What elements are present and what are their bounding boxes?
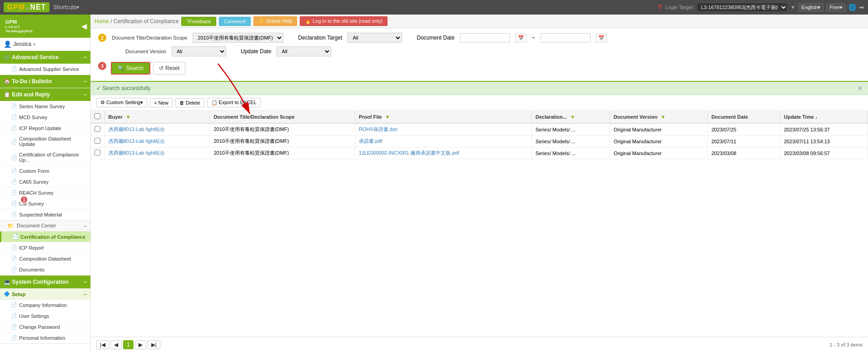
- label: Certification of Compliance: [20, 234, 85, 240]
- table-row: 杰西廳8013-Lab light站台 2010不使用有毒粒質保證書(DMF) …: [91, 147, 868, 159]
- label: User Settings: [19, 313, 49, 319]
- collapse-icon: −: [84, 91, 87, 98]
- home-link[interactable]: Home: [94, 18, 109, 25]
- sidebar-item-advanced-supplier-service[interactable]: 📄 Advanced Supplier Service: [0, 64, 90, 75]
- sidebar-item-reach-survey[interactable]: 📄 REACH Survey: [0, 187, 90, 198]
- online-help-button[interactable]: ⚡ Online Help: [253, 16, 298, 26]
- setup-header[interactable]: 🔷 Setup −: [0, 289, 90, 300]
- declaration-col-label: Declaration...: [536, 114, 567, 120]
- page-info: 1 - 3 of 3 items: [829, 342, 863, 347]
- external-link-icon[interactable]: ➡: [859, 4, 864, 11]
- delete-button[interactable]: 🗑 Delete: [175, 98, 204, 107]
- sidebar-item-icp-report-update[interactable]: 📄 ICP Report Update: [0, 123, 90, 134]
- update-time-col-label: Update Time ↓: [784, 114, 818, 120]
- table-row: 杰西廳8013-Lab light站台 2010不使用有毒粒質保證書(DMF) …: [91, 136, 868, 147]
- doc-icon: 📄: [11, 245, 17, 251]
- setup-icon: 🔷: [4, 291, 10, 297]
- close-success-button[interactable]: ✕: [857, 85, 863, 92]
- new-button[interactable]: + New: [150, 98, 173, 107]
- shortcuts-button[interactable]: Shortcuts▾: [53, 4, 79, 10]
- document-center-header[interactable]: 📁 Document Center −: [0, 221, 90, 231]
- sidebar-item-series-name-survey[interactable]: 📄 Series Name Survey: [0, 101, 90, 112]
- sidebar-item-mcd-survey[interactable]: 📄 MCD Survey: [0, 112, 90, 123]
- sidebar-item-documents[interactable]: 📄 Documents: [0, 264, 90, 275]
- globe-icon[interactable]: 🌐: [848, 4, 856, 11]
- document-title-label: Document Title/Declaration Scope: [112, 35, 187, 40]
- row-declaration-cell: Series/ Models/ ...: [532, 147, 610, 159]
- step-badge-2: 2: [98, 34, 106, 42]
- document-date-to[interactable]: [541, 33, 590, 42]
- buyer-link[interactable]: 杰西廳8013-Lab light站台: [109, 126, 165, 132]
- login-target-select[interactable]: L3-1678122360953[杰西卡電子廟(Lab ligh...: [697, 3, 788, 12]
- todo-header[interactable]: 🏠 To-Do / Bulletin −: [0, 75, 90, 88]
- proof-file-link[interactable]: 承諾書.pdf: [359, 138, 382, 144]
- sidebar-item-cm-survey[interactable]: 📄 CM Survey: [0, 198, 90, 209]
- row-checkbox[interactable]: [94, 138, 100, 144]
- sidebar-item-composition-datasheet-update[interactable]: 📄 Composition Datasheet Update: [0, 134, 90, 150]
- row-doc-title-cell: 2010不使用有毒粒質保證書(DMF): [210, 123, 355, 136]
- declaration-filter-icon[interactable]: ▼: [570, 114, 575, 120]
- row-checkbox[interactable]: [94, 150, 100, 156]
- calendar-icon-from[interactable]: 📅: [516, 34, 526, 42]
- table-row: 杰西廳8013-Lab light站台 2010不使用有毒粒質保證書(DMF) …: [91, 123, 868, 136]
- collapse-icon: −: [84, 279, 87, 285]
- feedback-button[interactable]: ?Feedback: [181, 17, 216, 26]
- label: Composition Datasheet: [19, 256, 71, 261]
- doc-version-col-label: Document Version: [614, 114, 658, 120]
- old-site-button[interactable]: 🔥 Log in to the old site (read only): [300, 16, 387, 26]
- select-all-checkbox[interactable]: [94, 113, 100, 119]
- sidebar-item-suspected-material[interactable]: 📄 Suspected Material: [0, 209, 90, 220]
- sidebar-section-document-center: 📁 Document Center − 📄 Certification of C…: [0, 221, 90, 276]
- search-actions: 3 🔍 Search ↺ Reset: [98, 60, 861, 76]
- free-button[interactable]: Free▾: [826, 3, 846, 12]
- sidebar-item-icp-report[interactable]: 📄 ICP Report: [0, 242, 90, 253]
- label: REACH Survey: [19, 190, 54, 196]
- dropdown-arrow-icon[interactable]: ▼: [790, 5, 795, 10]
- version-select[interactable]: All: [172, 46, 226, 56]
- buyer-link[interactable]: 杰西廳8013-Lab light站台: [109, 138, 165, 144]
- sidebar-item-company-information[interactable]: 📄 Company Information: [0, 300, 90, 311]
- system-configuration-header[interactable]: 💻 System Configuration −: [0, 276, 90, 288]
- doc-icon: 📄: [11, 267, 17, 272]
- sidebar-item-user-settings[interactable]: 📄 User Settings: [0, 311, 90, 322]
- reset-button[interactable]: ↺ Reset: [153, 62, 185, 75]
- document-date-from[interactable]: [460, 33, 510, 42]
- buyer-link[interactable]: 杰西廳8013-Lab light站台: [109, 150, 165, 156]
- last-page-button[interactable]: ▶|: [148, 340, 160, 349]
- sidebar-item-certification-of-compliance[interactable]: 📄 Certification of Compliance: [0, 231, 90, 242]
- sidebar-item-change-password[interactable]: 📄 Change Password: [0, 322, 90, 332]
- doc-icon: 📄: [11, 125, 17, 131]
- search-button[interactable]: 🔍 Search: [112, 63, 149, 74]
- custom-setting-button[interactable]: ⚙ Custom Setting▾: [96, 98, 147, 107]
- next-page-button[interactable]: ▶: [135, 340, 146, 349]
- edit-reply-header[interactable]: 📋 Edit and Reply −: [0, 88, 90, 101]
- first-page-button[interactable]: |◀: [96, 340, 109, 349]
- buyer-filter-icon[interactable]: ▼: [126, 114, 131, 120]
- document-title-select[interactable]: 2010不使用有毒粒質保證書(DMF): [193, 33, 283, 43]
- calendar-icon-to[interactable]: 📅: [596, 34, 607, 42]
- proof-file-filter-icon[interactable]: ▼: [385, 114, 390, 120]
- comment-button[interactable]: Comment: [219, 17, 251, 26]
- language-selector[interactable]: English▾: [798, 3, 823, 12]
- doc-date-col-label: Document Date: [711, 114, 748, 120]
- declaration-target-select[interactable]: All: [347, 33, 402, 43]
- label: MCD Survey: [19, 115, 47, 120]
- advanced-service-header[interactable]: 🛒 Advanced Service −: [0, 51, 90, 64]
- sidebar-item-custom-form[interactable]: 📄 Custom Form: [0, 166, 90, 176]
- collapse-icon: −: [84, 54, 87, 60]
- row-checkbox[interactable]: [94, 126, 100, 132]
- sidebar-item-composition-datasheet[interactable]: 📄 Composition Datasheet: [0, 253, 90, 264]
- proof-file-link[interactable]: ROHS保證書.doc: [359, 126, 398, 132]
- export-excel-button[interactable]: 📋 Export to EXCEL: [207, 98, 261, 107]
- user-dropdown-icon[interactable]: ▾: [33, 42, 35, 47]
- sidebar-collapse-button[interactable]: ◀: [81, 22, 87, 30]
- proof-file-link[interactable]: 13LE000002-INCX001-廠商承諾書中文版.pdf: [359, 150, 459, 156]
- sidebar-item-personal-information[interactable]: 📄 Personal Information: [0, 332, 90, 343]
- search-row-1: 2 Document Title/Declaration Scope 2010不…: [98, 33, 861, 43]
- page-1-button[interactable]: 1: [123, 340, 134, 349]
- prev-page-button[interactable]: ◀: [110, 340, 122, 349]
- doc-version-filter-icon[interactable]: ▼: [661, 114, 666, 120]
- update-date-select[interactable]: All: [277, 46, 331, 56]
- sidebar-item-ca65-survey[interactable]: 📄 CA65 Survey: [0, 176, 90, 187]
- sidebar-item-certification-compliance-up[interactable]: 📄 Certification of Compliance Up...: [0, 150, 90, 166]
